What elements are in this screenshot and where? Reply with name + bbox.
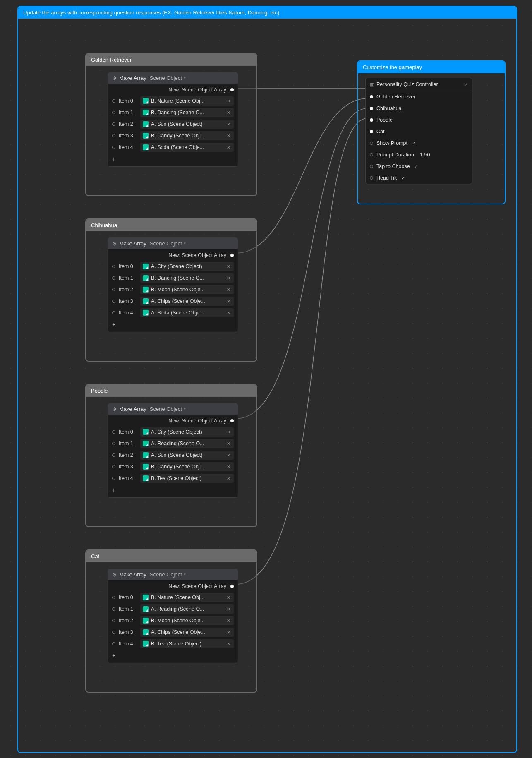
- clear-icon[interactable]: ✕: [226, 476, 231, 481]
- show-prompt-row[interactable]: Show Prompt ✓: [366, 137, 472, 149]
- clear-icon[interactable]: ✕: [226, 607, 231, 612]
- input-port[interactable]: [112, 465, 115, 468]
- gear-icon[interactable]: ⚙: [112, 406, 117, 412]
- group-panel[interactable]: Poodle⚙Make ArrayScene Object▼New: Scene…: [85, 384, 257, 527]
- clear-icon[interactable]: ✕: [226, 98, 231, 104]
- item-value-field[interactable]: B. Nature (Scene Obj...✕: [140, 593, 234, 602]
- item-value-field[interactable]: A. Reading (Scene O...✕: [140, 439, 234, 448]
- clear-icon[interactable]: ✕: [226, 429, 231, 435]
- array-item-row[interactable]: Item 3A. Chips (Scene Obje...✕: [108, 295, 238, 307]
- node-header[interactable]: ⚙Make ArrayScene Object▼: [108, 72, 238, 84]
- array-item-row[interactable]: Item 0A. City (Scene Object)✕: [108, 426, 238, 438]
- array-item-row[interactable]: Item 2A. Sun (Scene Object)✕: [108, 449, 238, 461]
- input-port[interactable]: [112, 265, 115, 268]
- type-dropdown[interactable]: Scene Object▼: [150, 75, 187, 81]
- clear-icon[interactable]: ✕: [226, 441, 231, 446]
- type-dropdown[interactable]: Scene Object▼: [150, 406, 187, 412]
- array-item-row[interactable]: Item 2B. Moon (Scene Obje...✕: [108, 615, 238, 626]
- array-item-row[interactable]: Item 0B. Nature (Scene Obj...✕: [108, 592, 238, 603]
- checkbox-checked-icon[interactable]: ✓: [411, 140, 417, 146]
- input-port[interactable]: [112, 596, 115, 599]
- input-port[interactable]: [112, 642, 115, 645]
- array-item-row[interactable]: Item 2B. Moon (Scene Obje...✕: [108, 284, 238, 295]
- array-item-row[interactable]: Item 2A. Sun (Scene Object)✕: [108, 118, 238, 130]
- input-port[interactable]: [112, 288, 115, 291]
- item-value-field[interactable]: B. Tea (Scene Object)✕: [140, 639, 234, 648]
- output-port[interactable]: [230, 254, 234, 257]
- array-item-row[interactable]: Item 1B. Dancing (Scene O...✕: [108, 272, 238, 284]
- type-dropdown[interactable]: Scene Object▼: [150, 571, 187, 578]
- item-value-field[interactable]: A. City (Scene Object)✕: [140, 427, 234, 437]
- gear-icon[interactable]: ⚙: [112, 75, 117, 81]
- controller-input-row[interactable]: Chihuahua: [366, 103, 472, 114]
- item-value-field[interactable]: B. Candy (Scene Obj...✕: [140, 131, 234, 140]
- node-header[interactable]: ⚙Make ArrayScene Object▼: [108, 238, 238, 249]
- clear-icon[interactable]: ✕: [226, 122, 231, 127]
- array-item-row[interactable]: Item 3A. Chips (Scene Obje...✕: [108, 626, 238, 638]
- item-value-field[interactable]: A. Reading (Scene O...✕: [140, 604, 234, 614]
- input-port[interactable]: [370, 165, 373, 168]
- input-port[interactable]: [370, 153, 373, 156]
- output-port[interactable]: [230, 419, 234, 422]
- input-port[interactable]: [112, 453, 115, 457]
- checkbox-checked-icon[interactable]: ✓: [413, 163, 419, 169]
- array-item-row[interactable]: Item 1A. Reading (Scene O...✕: [108, 603, 238, 615]
- clear-icon[interactable]: ✕: [226, 264, 231, 269]
- add-item-button[interactable]: +: [108, 319, 238, 332]
- clear-icon[interactable]: ✕: [226, 464, 231, 470]
- clear-icon[interactable]: ✕: [226, 276, 231, 281]
- input-port[interactable]: [112, 276, 115, 280]
- group-panel[interactable]: Cat⚙Make ArrayScene Object▼New: Scene Ob…: [85, 549, 257, 693]
- group-panel[interactable]: Chihuahua⚙Make ArrayScene Object▼New: Sc…: [85, 218, 257, 362]
- clear-icon[interactable]: ✕: [226, 287, 231, 293]
- gear-icon[interactable]: ⚙: [112, 241, 117, 247]
- make-array-node[interactable]: ⚙Make ArrayScene Object▼New: Scene Objec…: [108, 568, 238, 663]
- prompt-duration-value[interactable]: 1.50: [420, 152, 430, 158]
- controller-input-row[interactable]: Poodle: [366, 114, 472, 126]
- array-item-row[interactable]: Item 4B. Tea (Scene Object)✕: [108, 473, 238, 484]
- make-array-node[interactable]: ⚙Make ArrayScene Object▼New: Scene Objec…: [108, 72, 238, 167]
- item-value-field[interactable]: B. Nature (Scene Obj...✕: [140, 96, 234, 106]
- checkbox-checked-icon[interactable]: ✓: [400, 175, 406, 181]
- clear-icon[interactable]: ✕: [226, 641, 231, 647]
- item-value-field[interactable]: B. Tea (Scene Object)✕: [140, 474, 234, 483]
- array-item-row[interactable]: Item 4A. Soda (Scene Obje...✕: [108, 307, 238, 319]
- expand-icon[interactable]: ⤢: [464, 82, 468, 87]
- clear-icon[interactable]: ✕: [226, 110, 231, 115]
- add-item-button[interactable]: +: [108, 153, 238, 166]
- array-item-row[interactable]: Item 0B. Nature (Scene Obj...✕: [108, 95, 238, 107]
- tap-to-choose-row[interactable]: Tap to Choose ✓: [366, 161, 472, 172]
- controller-input-row[interactable]: Cat: [366, 126, 472, 137]
- item-value-field[interactable]: B. Candy (Scene Obj...✕: [140, 462, 234, 471]
- input-port[interactable]: [112, 300, 115, 303]
- item-value-field[interactable]: A. Sun (Scene Object)✕: [140, 120, 234, 129]
- item-value-field[interactable]: A. Chips (Scene Obje...✕: [140, 297, 234, 306]
- array-item-row[interactable]: Item 4B. Tea (Scene Object)✕: [108, 638, 238, 650]
- node-header[interactable]: ⚙Make ArrayScene Object▼: [108, 569, 238, 580]
- input-port[interactable]: [370, 176, 373, 180]
- clear-icon[interactable]: ✕: [226, 630, 231, 635]
- input-port[interactable]: [112, 111, 115, 114]
- controller-node[interactable]: ▯▯ Personality Quiz Controller ⤢ Golden …: [365, 78, 472, 184]
- input-port[interactable]: [370, 95, 373, 98]
- prompt-duration-row[interactable]: Prompt Duration 1.50: [366, 149, 472, 161]
- array-item-row[interactable]: Item 1A. Reading (Scene O...✕: [108, 438, 238, 449]
- clear-icon[interactable]: ✕: [226, 145, 231, 150]
- input-port[interactable]: [112, 146, 115, 149]
- make-array-node[interactable]: ⚙Make ArrayScene Object▼New: Scene Objec…: [108, 237, 238, 332]
- input-port[interactable]: [112, 430, 115, 434]
- type-dropdown[interactable]: Scene Object▼: [150, 240, 187, 247]
- input-port[interactable]: [370, 142, 373, 145]
- input-port[interactable]: [112, 442, 115, 445]
- input-port[interactable]: [112, 122, 115, 126]
- head-tilt-row[interactable]: Head Tilt ✓: [366, 172, 472, 184]
- clear-icon[interactable]: ✕: [226, 595, 231, 600]
- input-port[interactable]: [112, 311, 115, 314]
- item-value-field[interactable]: B. Moon (Scene Obje...✕: [140, 616, 234, 625]
- array-item-row[interactable]: Item 1B. Dancing (Scene O...✕: [108, 107, 238, 118]
- input-port[interactable]: [370, 130, 373, 133]
- array-item-row[interactable]: Item 3B. Candy (Scene Obj...✕: [108, 130, 238, 142]
- array-item-row[interactable]: Item 3B. Candy (Scene Obj...✕: [108, 461, 238, 473]
- node-header[interactable]: ⚙Make ArrayScene Object▼: [108, 403, 238, 415]
- clear-icon[interactable]: ✕: [226, 299, 231, 304]
